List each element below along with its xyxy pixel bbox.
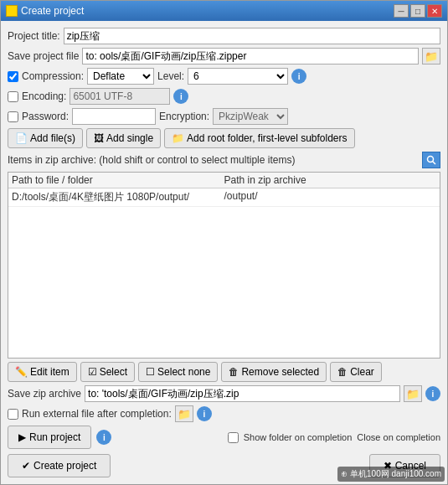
maximize-button[interactable]: □ (410, 4, 425, 18)
encoding-row: Encoding: i (8, 88, 440, 105)
save-project-input[interactable] (82, 48, 419, 64)
encoding-input (70, 88, 170, 105)
show-folder-checkbox[interactable] (228, 432, 239, 443)
select-icon: ☑ (88, 366, 97, 378)
remove-icon: 🗑 (229, 366, 239, 378)
compression-row: Compression: Deflate Level: 6 i (8, 68, 440, 85)
search-icon (426, 155, 436, 165)
password-input[interactable] (72, 108, 156, 125)
save-zip-row: Save zip archive 📁 i (8, 385, 440, 402)
table-path-cell: D:/tools/桌面/4K壁纸图片 1080P/output/ (12, 190, 224, 204)
edit-icon: ✏️ (15, 366, 28, 378)
close-on-completion-label: Close on completion (357, 432, 440, 442)
watermark-text: ⊕ 单机100网 danji100.com (341, 468, 441, 480)
save-project-row: Save project file 📁 (8, 48, 440, 64)
project-title-label: Project title: (8, 30, 60, 42)
run-project-button[interactable]: ▶ Run project (8, 426, 91, 449)
table-zip-path-header: Path in zip archive (224, 174, 437, 186)
level-select[interactable]: 6 (188, 68, 288, 85)
add-buttons-row: 📄 Add file(s) 🖼 Add single 📁 Add root fo… (8, 128, 440, 148)
add-folder-icon: 📁 (172, 132, 184, 144)
compression-checkbox[interactable] (8, 71, 18, 82)
remove-selected-button[interactable]: 🗑 Remove selected (221, 362, 327, 382)
add-root-folder-button[interactable]: 📁 Add root folder, first-level subfolder… (164, 128, 354, 148)
encoding-info-button[interactable]: i (173, 89, 188, 104)
select-button[interactable]: ☑ Select (80, 362, 135, 382)
clear-button[interactable]: 🗑 Clear (330, 362, 382, 382)
add-files-button[interactable]: 📄 Add file(s) (8, 128, 83, 148)
run-external-row: Run external file after completion: 📁 i (8, 405, 440, 422)
window-title: Create project (21, 5, 84, 17)
select-none-button[interactable]: ☐ Select none (138, 362, 218, 382)
run-info-button[interactable]: i (96, 430, 111, 445)
encoding-checkbox[interactable] (8, 91, 18, 102)
table-row[interactable]: D:/tools/桌面/4K壁纸图片 1080P/output/ /output… (8, 188, 440, 207)
encoding-label: Encoding: (22, 90, 66, 102)
table-path-header: Path to file / folder (12, 174, 224, 186)
table-header: Path to file / folder Path in zip archiv… (8, 173, 440, 188)
select-none-icon: ☐ (146, 366, 155, 378)
add-single-icon: 🖼 (94, 132, 104, 144)
search-button[interactable] (422, 152, 440, 168)
window-icon (6, 5, 18, 17)
project-title-input[interactable] (64, 28, 440, 44)
table-zip-path-cell: /output/ (224, 190, 437, 204)
encryption-select[interactable]: PkzipWeak (213, 108, 288, 125)
show-folder-label: Show folder on completion (244, 432, 353, 442)
save-project-folder-button[interactable]: 📁 (422, 48, 440, 64)
compression-info-button[interactable]: i (291, 69, 306, 84)
clear-icon: 🗑 (337, 366, 348, 378)
encryption-label: Encryption: (159, 111, 209, 122)
create-project-button[interactable]: ✔ Create project (8, 454, 111, 477)
run-bar: ▶ Run project i Show folder on completio… (8, 426, 440, 449)
svg-line-1 (433, 162, 436, 165)
project-title-row: Project title: (8, 28, 440, 44)
password-row: Password: Encryption: PkzipWeak (8, 108, 440, 125)
title-bar: Create project ─ □ ✕ (1, 1, 447, 21)
save-zip-input[interactable] (85, 385, 400, 402)
items-table: Path to file / folder Path in zip archiv… (8, 172, 440, 359)
svg-point-0 (428, 157, 434, 163)
save-zip-folder-button[interactable]: 📁 (404, 385, 422, 402)
close-button[interactable]: ✕ (427, 4, 442, 18)
items-header: Items in zip archive: (hold shift or con… (8, 152, 440, 168)
save-project-label: Save project file (8, 50, 79, 62)
edit-item-button[interactable]: ✏️ Edit item (8, 362, 77, 382)
run-external-folder-button[interactable]: 📁 (175, 405, 193, 422)
run-external-label: Run external file after completion: (22, 408, 172, 420)
save-zip-label: Save zip archive (8, 388, 81, 400)
add-single-button[interactable]: 🖼 Add single (86, 128, 161, 148)
save-zip-info-button[interactable]: i (425, 386, 440, 401)
compression-label: Compression: (22, 70, 84, 82)
run-external-info-button[interactable]: i (197, 406, 212, 421)
minimize-button[interactable]: ─ (394, 4, 409, 18)
compression-select[interactable]: Deflate (87, 68, 154, 85)
password-label: Password: (22, 111, 69, 122)
bottom-action-buttons: ✏️ Edit item ☑ Select ☐ Select none 🗑 Re… (8, 362, 440, 382)
add-files-icon: 📄 (15, 132, 28, 144)
run-external-checkbox[interactable] (8, 409, 18, 420)
run-icon: ▶ (18, 431, 26, 443)
password-checkbox[interactable] (8, 111, 18, 122)
level-label: Level: (157, 70, 184, 82)
watermark: ⊕ 单机100网 danji100.com (337, 467, 445, 482)
create-icon: ✔ (22, 460, 30, 472)
